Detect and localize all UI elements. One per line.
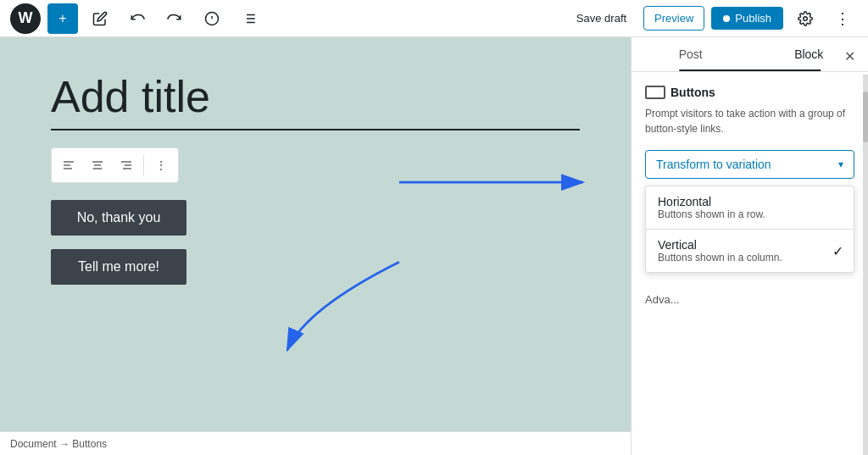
svg-rect-15 — [93, 168, 103, 169]
chevron-down-icon: ▾ — [838, 158, 843, 170]
editor-inner: Add title ⋮ No, thank you Tell me more! — [0, 37, 631, 332]
tell-me-more-button[interactable]: Tell me more! — [51, 249, 186, 285]
save-draft-button[interactable]: Save draft — [566, 7, 637, 30]
main-area: Add title ⋮ No, thank you Tell me more! — [0, 37, 868, 455]
more-options-button[interactable]: ⋮ — [827, 3, 858, 34]
align-right-button[interactable] — [113, 152, 140, 179]
undo-button[interactable] — [122, 3, 153, 34]
variation-horizontal-desc: Buttons shown in a row. — [658, 208, 842, 220]
tab-post[interactable]: Post — [632, 37, 750, 71]
variation-horizontal[interactable]: Horizontal Buttons shown in a row. — [646, 186, 854, 229]
sidebar-body: Buttons Prompt visitors to take action w… — [632, 72, 868, 455]
add-block-button[interactable]: + — [47, 3, 78, 34]
svg-rect-17 — [125, 164, 131, 165]
preview-button[interactable]: Preview — [643, 6, 704, 31]
svg-rect-11 — [64, 164, 70, 165]
transform-to-variation-button[interactable]: Transform to variation ▾ — [645, 150, 854, 179]
variation-horizontal-name: Horizontal — [658, 195, 842, 208]
page-title[interactable]: Add title — [51, 71, 580, 130]
svg-rect-18 — [123, 168, 131, 169]
svg-rect-10 — [64, 161, 74, 162]
info-button[interactable] — [197, 3, 227, 34]
publish-button[interactable]: Publish — [711, 7, 783, 30]
redo-button[interactable] — [159, 3, 190, 34]
svg-rect-16 — [121, 161, 131, 162]
toolbar-divider — [143, 155, 144, 175]
align-left-button[interactable] — [55, 152, 82, 179]
variation-vertical-check: ✓ — [832, 243, 843, 259]
sidebar-close-button[interactable]: ✕ — [837, 44, 861, 68]
wp-logo: W — [10, 3, 41, 34]
publish-dot — [723, 15, 730, 22]
toolbar-right: Save draft Preview Publish ⋮ — [566, 3, 858, 34]
advanced-section[interactable]: Adva... — [645, 286, 854, 313]
no-thank-you-button[interactable]: No, thank you — [51, 200, 186, 236]
block-toolbar: ⋮ — [51, 147, 179, 183]
variation-vertical-desc: Buttons shown in a column. — [658, 252, 842, 264]
svg-rect-14 — [94, 164, 101, 165]
pencil-button[interactable] — [85, 3, 115, 34]
settings-button[interactable] — [790, 3, 821, 34]
more-block-options-button[interactable]: ⋮ — [147, 152, 175, 179]
block-name: Buttons — [645, 86, 854, 99]
block-description: Prompt visitors to take action with a gr… — [645, 106, 854, 136]
variation-dropdown: Horizontal Buttons shown in a row. Verti… — [645, 186, 854, 273]
variation-vertical-name: Vertical — [658, 238, 842, 252]
list-view-button[interactable] — [234, 3, 264, 34]
align-center-button[interactable] — [84, 152, 111, 179]
breadcrumb: Document → Buttons — [0, 431, 631, 455]
sidebar-scrollbar[interactable] — [863, 75, 868, 455]
block-icon — [645, 86, 665, 99]
variation-vertical[interactable]: Vertical Buttons shown in a column. ✓ — [646, 230, 854, 272]
svg-point-9 — [804, 16, 808, 20]
sidebar-tabs: Post Block ✕ — [632, 37, 868, 72]
editor: Add title ⋮ No, thank you Tell me more! — [0, 37, 631, 455]
toolbar-left: W + — [10, 3, 559, 34]
sidebar: Post Block ✕ Buttons Prompt visitors to … — [631, 37, 868, 455]
sidebar-scrollbar-thumb — [863, 92, 868, 142]
svg-rect-12 — [64, 168, 72, 169]
toolbar: W + Save draft Preview Publish ⋮ — [0, 0, 868, 37]
svg-rect-13 — [92, 161, 103, 162]
